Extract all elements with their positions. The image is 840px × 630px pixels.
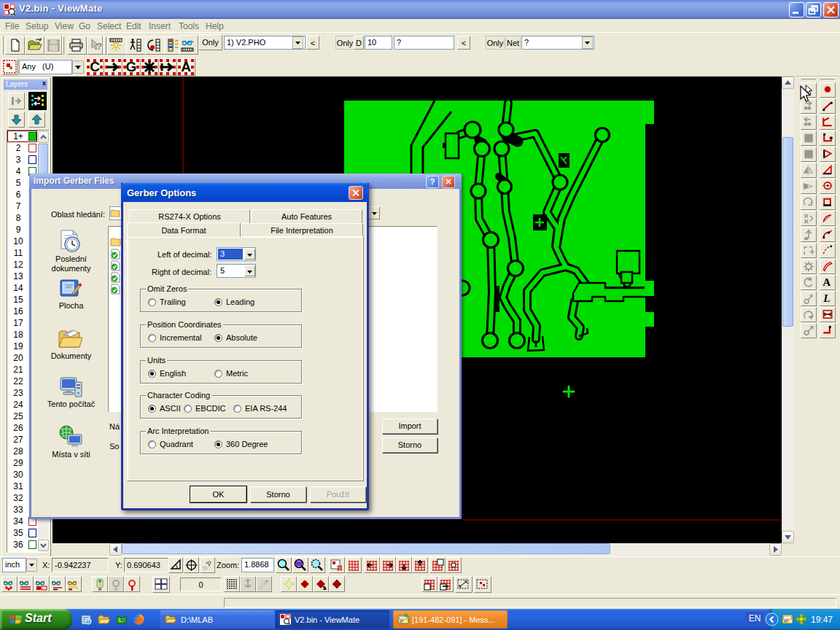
svg-text:A: A	[181, 59, 191, 74]
svg-text:L: L	[119, 617, 122, 623]
svg-text:G: G	[126, 59, 137, 74]
svg-text:C: C	[90, 59, 100, 74]
svg-text:A: A	[822, 276, 831, 288]
svg-text:L: L	[822, 292, 830, 304]
svg-text:?: ?	[96, 41, 102, 52]
